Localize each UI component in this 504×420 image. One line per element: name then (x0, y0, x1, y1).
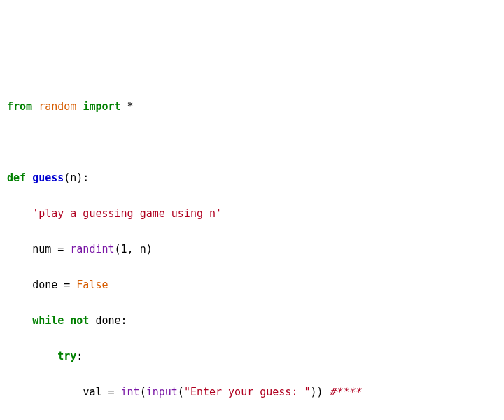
docstring: 'play a guessing game using n' (32, 207, 222, 220)
star: * (127, 100, 134, 113)
lhs: done = (32, 279, 76, 291)
kw-try: try (57, 350, 76, 363)
string: "Enter your guess: " (184, 386, 311, 398)
code-block: from random import * def guess(n): 'play… (7, 80, 497, 420)
kw-while: while (32, 314, 64, 327)
fn-input: input (146, 386, 178, 398)
op: ( (178, 386, 184, 398)
sig: (n): (64, 172, 89, 184)
sp (26, 172, 32, 184)
kw-from: from (7, 100, 32, 113)
code-line: 'play a guessing game using n' (7, 205, 497, 223)
sp (121, 100, 127, 113)
fn-int: int (121, 386, 140, 398)
lhs: val = (83, 386, 120, 398)
code-line: num = randint(1, n) (7, 241, 497, 259)
cond: done: (89, 314, 127, 327)
fn-randint: randint (70, 243, 114, 255)
op: ( (140, 386, 146, 398)
const-false: False (76, 279, 108, 291)
indent (7, 207, 32, 220)
code-line: done = False (7, 276, 497, 295)
args: (1, n) (115, 243, 153, 255)
close: )) (311, 386, 323, 398)
indent (7, 314, 32, 327)
func-name: guess (32, 172, 64, 184)
indent (7, 279, 32, 291)
code-line: try: (7, 348, 497, 366)
indent (7, 350, 57, 363)
code-line: while not done: (7, 312, 497, 330)
code-line: val = int(input("Enter your guess: ")) #… (7, 384, 497, 402)
kw-not: not (70, 314, 89, 327)
kw-import: import (83, 100, 120, 113)
code-line: def guess(n): (7, 169, 497, 188)
sp (323, 386, 330, 398)
mod-name: random (38, 100, 76, 113)
comment: #**** (330, 386, 361, 398)
indent (7, 243, 32, 255)
code-line: from random import * (7, 98, 497, 116)
indent (7, 386, 83, 398)
lhs: num = (32, 243, 70, 255)
sp (32, 100, 38, 113)
kw-def: def (7, 172, 26, 184)
colon: : (76, 350, 83, 363)
sp (64, 314, 70, 327)
blank-line (7, 134, 497, 152)
